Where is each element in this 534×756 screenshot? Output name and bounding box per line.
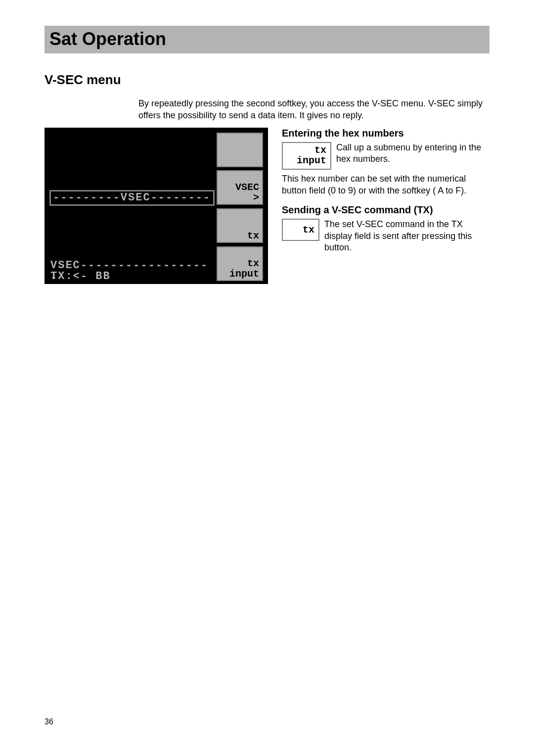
send-softkey-line1: tx	[303, 225, 314, 235]
send-softkey-illustration: tx	[282, 219, 319, 241]
softkey-column: VSEC > tx tx input	[217, 133, 263, 281]
section-title: V-SEC menu	[44, 72, 490, 88]
page-number: 36	[44, 717, 53, 726]
softkey-3[interactable]: tx	[217, 208, 263, 243]
page-title: Sat Operation	[49, 29, 485, 49]
hex-text-2: This hex number can be set with the nume…	[282, 173, 490, 197]
lcd-device: ---------VSEC-------- VSEC--------------…	[44, 128, 268, 284]
hex-softkey-line2: input	[297, 155, 326, 166]
softkey-2[interactable]: VSEC >	[217, 170, 263, 205]
hex-softkey-illustration: tx input	[282, 142, 331, 170]
hex-softkey-line1: tx	[297, 145, 326, 155]
right-column: Entering the hex numbers tx input Call u…	[282, 128, 490, 257]
lcd-row-vsec-header: ---------VSEC--------	[49, 190, 215, 206]
softkey-4[interactable]: tx input	[217, 246, 263, 281]
softkey-4-line1: tx	[220, 258, 259, 269]
softkey-2-line2: >	[220, 192, 259, 203]
softkey-4-line2: input	[220, 269, 259, 279]
send-text-1: The set V-SEC command in the TX display …	[324, 219, 490, 253]
intro-paragraph: By repeatedly pressing the second softke…	[138, 97, 490, 122]
lcd-row-tx-status: TX:<- BB	[49, 270, 215, 283]
hex-heading: Entering the hex numbers	[282, 128, 490, 139]
softkey-3-line2: tx	[220, 231, 259, 241]
page-banner: Sat Operation	[44, 26, 490, 53]
hex-text-1: Call up a submenu by entering in the hex…	[336, 142, 490, 165]
softkey-2-line1: VSEC	[220, 182, 259, 192]
softkey-1[interactable]	[217, 133, 263, 167]
lcd-display: ---------VSEC-------- VSEC--------------…	[49, 133, 215, 281]
send-heading: Sending a V-SEC command (TX)	[282, 204, 490, 216]
